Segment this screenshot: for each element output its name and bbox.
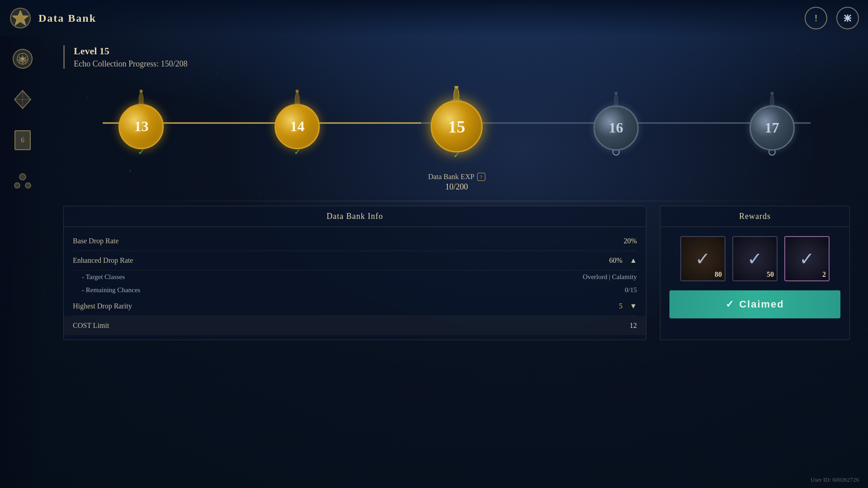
- reward-count-3: 2: [822, 270, 826, 279]
- claimed-button-label: Claimed: [739, 298, 784, 310]
- svg-point-14: [25, 183, 31, 188]
- divider: [63, 201, 850, 201]
- node-decoration-14: [290, 90, 304, 108]
- remaining-chances-label: - Remaining Chances: [82, 286, 140, 294]
- svg-point-18: [296, 90, 299, 93]
- base-drop-rate-label: Base Drop Rate: [73, 237, 119, 245]
- exp-value: 10/200: [63, 182, 850, 192]
- svg-point-24: [770, 91, 773, 95]
- sidebar-item-4[interactable]: [9, 167, 36, 194]
- sidebar-item-1[interactable]: [9, 45, 36, 72]
- exp-help-icon[interactable]: ?: [477, 173, 485, 181]
- header-icons: !: [805, 7, 859, 29]
- info-panel: Data Bank Info Base Drop Rate 20% Enhanc…: [63, 206, 646, 340]
- app-logo: [9, 7, 32, 29]
- level-title: Level 15: [74, 45, 850, 57]
- exp-section: Data Bank EXP ? 10/200: [63, 173, 850, 192]
- reward-check-1: ✓: [695, 248, 711, 270]
- enhanced-expand-button[interactable]: ▲: [630, 256, 637, 265]
- level-node-16[interactable]: 16: [593, 91, 639, 156]
- reward-item-3: ✓ 2: [784, 236, 830, 281]
- svg-point-13: [14, 183, 20, 188]
- header: Data Bank !: [0, 0, 868, 36]
- nav-icon-4: [14, 173, 32, 189]
- node-orb-16: 16: [593, 105, 639, 151]
- reward-check-3: ✓: [799, 248, 815, 270]
- svg-point-23: [768, 104, 776, 108]
- sidebar: 6: [0, 36, 45, 488]
- exp-label: Data Bank EXP ?: [63, 173, 850, 181]
- enhanced-drop-rate-value: 60%: [609, 256, 622, 265]
- reward-item-2: ✓ 50: [732, 236, 778, 281]
- target-classes-label: - Target Classes: [82, 273, 125, 281]
- bottom-panels: Data Bank Info Base Drop Rate 20% Enhanc…: [63, 206, 850, 340]
- nav-icon-3: 6: [14, 130, 31, 150]
- target-classes-row: - Target Classes Overlord | Calamity: [82, 270, 637, 284]
- cost-limit-value: 12: [630, 322, 637, 330]
- nav-icon-2: [13, 90, 33, 109]
- sidebar-item-3[interactable]: 6: [9, 127, 36, 154]
- collection-progress: Echo Collection Progress: 150/208: [74, 59, 850, 69]
- reward-item-1: ✓ 80: [680, 236, 726, 281]
- level-node-17[interactable]: 17: [749, 91, 795, 156]
- node-decoration-15: [450, 86, 463, 104]
- enhanced-sub-rows: - Target Classes Overlord | Calamity - R…: [73, 270, 637, 297]
- svg-point-22: [614, 91, 617, 95]
- cost-limit-row: COST Limit 12: [64, 316, 646, 335]
- rewards-panel: Rewards ✓ 80 ✓ 50 ✓ 2: [660, 206, 850, 340]
- sidebar-item-2[interactable]: [9, 86, 36, 113]
- node-decoration-17: [765, 91, 779, 109]
- enhanced-drop-rate-label: Enhanced Drop Rate: [73, 256, 133, 265]
- info-panel-header: Data Bank Info: [64, 206, 646, 227]
- nav-icon-1: [13, 49, 33, 69]
- node-orb-13: 13: [119, 104, 164, 149]
- level-node-13[interactable]: 13 ✓: [119, 90, 164, 157]
- remaining-chances-value: 0/15: [625, 286, 637, 294]
- progress-track: 13 ✓ 14 ✓: [63, 78, 850, 168]
- reward-items: ✓ 80 ✓ 50 ✓ 2: [660, 227, 849, 290]
- node-orb-17: 17: [749, 105, 795, 151]
- reward-count-1: 80: [715, 270, 722, 279]
- rewards-panel-header: Rewards: [660, 206, 849, 227]
- highest-drop-rarity-value: 5: [619, 302, 622, 310]
- svg-point-12: [19, 174, 26, 180]
- level-node-15[interactable]: 15 ✓: [431, 86, 483, 160]
- node-orb-14: 14: [275, 104, 320, 149]
- info-rows: Base Drop Rate 20% Enhanced Drop Rate 60…: [64, 227, 646, 340]
- level-node-14[interactable]: 14 ✓: [275, 90, 320, 157]
- cost-limit-label: COST Limit: [73, 322, 109, 330]
- highest-drop-rarity-row: Highest Drop Rarity 5 ▼: [73, 297, 637, 316]
- svg-point-21: [612, 104, 620, 108]
- level-info: Level 15 Echo Collection Progress: 150/2…: [63, 45, 850, 69]
- main-content: Level 15 Echo Collection Progress: 150/2…: [45, 36, 868, 488]
- base-drop-rate-value: 20%: [624, 237, 637, 245]
- claimed-check-icon: ✓: [726, 298, 735, 310]
- close-button[interactable]: [836, 7, 859, 29]
- app-title: Data Bank: [38, 12, 96, 24]
- highest-drop-rarity-label: Highest Drop Rarity: [73, 302, 132, 310]
- reward-count-2: 50: [767, 270, 774, 279]
- claimed-button[interactable]: ✓ Claimed: [669, 290, 840, 318]
- enhanced-drop-rate-section: Enhanced Drop Rate 60% ▲ - Target Classe…: [73, 251, 637, 297]
- node-decoration-16: [609, 91, 623, 109]
- enhanced-drop-rate-row: Enhanced Drop Rate 60% ▲: [73, 251, 637, 270]
- reward-check-2: ✓: [747, 248, 763, 270]
- node-decoration-13: [134, 90, 148, 108]
- remaining-chances-row: - Remaining Chances 0/15: [82, 284, 637, 297]
- svg-point-16: [140, 90, 143, 93]
- level-nodes: 13 ✓ 14 ✓: [63, 86, 850, 160]
- svg-point-8: [21, 57, 24, 60]
- alert-button[interactable]: !: [805, 7, 827, 29]
- base-drop-rate-row: Base Drop Rate 20%: [73, 232, 637, 251]
- node-orb-15: 15: [431, 100, 483, 152]
- rarity-expand-button[interactable]: ▼: [630, 302, 637, 310]
- target-classes-value: Overlord | Calamity: [583, 273, 637, 281]
